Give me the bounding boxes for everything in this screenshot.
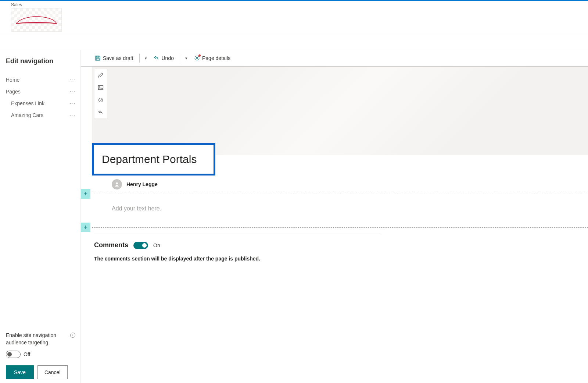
reset-icon[interactable] [97, 109, 104, 116]
page-title-input[interactable]: Department Portals [92, 143, 215, 175]
more-icon[interactable]: ··· [69, 78, 75, 81]
edit-navigation-panel: Edit navigation Home ··· Pages ··· Expen… [0, 50, 81, 383]
audience-targeting-label: Enable site navigation audience targetin… [6, 331, 75, 346]
image-icon[interactable] [97, 84, 104, 91]
save-as-draft-label: Save as draft [103, 55, 133, 61]
svg-point-0 [196, 57, 198, 59]
author-name: Henry Legge [126, 181, 158, 187]
undo-button[interactable]: Undo [151, 53, 177, 63]
nav-item-label: Pages [6, 89, 21, 95]
author-row[interactable]: Henry Legge [112, 179, 588, 189]
site-logo[interactable] [11, 8, 62, 32]
page-details-label: Page details [202, 55, 230, 61]
comments-toggle-label: On [153, 242, 160, 248]
save-as-draft-button[interactable]: Save as draft [92, 53, 136, 63]
save-icon [95, 55, 101, 61]
audience-targeting-toggle[interactable] [6, 351, 21, 358]
focal-point-icon[interactable] [97, 96, 104, 104]
svg-point-3 [99, 98, 103, 102]
edit-icon[interactable] [97, 71, 104, 79]
nav-item-pages[interactable]: Pages ··· [6, 86, 75, 97]
nav-item-label: Home [6, 77, 19, 83]
avatar-icon [112, 179, 122, 189]
cancel-button[interactable]: Cancel [37, 365, 68, 379]
svg-rect-1 [98, 86, 103, 90]
audience-targeting-text: Enable site navigation audience targetin… [6, 331, 69, 346]
nav-item-label: Amazing Cars [11, 112, 43, 118]
gear-icon [194, 55, 200, 61]
page-details-button[interactable]: Page details [191, 53, 233, 63]
divider [139, 54, 140, 63]
sidebar-title: Edit navigation [6, 57, 75, 65]
svg-point-2 [99, 86, 100, 87]
command-bar: Save as draft ▾ Undo ▾ Page details [81, 50, 588, 66]
undo-label: Undo [162, 55, 174, 61]
svg-point-5 [101, 99, 102, 100]
add-section-button[interactable]: + [81, 223, 90, 232]
audience-targeting-toggle-label: Off [24, 351, 30, 357]
more-icon[interactable]: ··· [69, 114, 75, 117]
nav-item-label: Expenses Link [11, 100, 44, 106]
sidebar-footer: Enable site navigation audience targetin… [6, 331, 75, 379]
section-divider [92, 227, 588, 228]
page-header-region[interactable] [92, 67, 588, 155]
undo-chevron[interactable]: ▾ [183, 54, 190, 63]
header-spacer [0, 35, 588, 50]
header-toolbar [94, 69, 107, 119]
page-title-text: Department Portals [102, 153, 197, 166]
car-logo-icon [14, 13, 58, 26]
svg-point-6 [116, 182, 118, 185]
nav-item-expenses-link[interactable]: Expenses Link ··· [6, 97, 75, 109]
more-icon[interactable]: ··· [69, 102, 75, 105]
comments-note: The comments section will be displayed a… [94, 256, 588, 262]
svg-point-4 [100, 99, 100, 100]
divider [180, 54, 180, 63]
save-chevron[interactable]: ▾ [143, 54, 149, 63]
text-webpart-placeholder[interactable]: Add your text here. [92, 194, 588, 223]
comments-toggle[interactable] [133, 242, 148, 249]
nav-item-home[interactable]: Home ··· [6, 74, 75, 86]
section-divider [92, 194, 588, 194]
comments-title: Comments [94, 241, 128, 249]
undo-icon [154, 55, 159, 61]
more-icon[interactable]: ··· [69, 90, 75, 93]
comments-divider [94, 234, 381, 234]
site-name: Sales [11, 2, 588, 7]
comments-section: Comments On The comments section will be… [92, 228, 588, 262]
add-section-button[interactable]: + [81, 189, 90, 199]
site-header: Sales [0, 1, 588, 35]
save-button[interactable]: Save [6, 365, 34, 379]
nav-item-amazing-cars[interactable]: Amazing Cars ··· [6, 109, 75, 121]
info-icon[interactable]: i [70, 333, 75, 338]
page-canvas: Save as draft ▾ Undo ▾ Page details [81, 50, 588, 383]
